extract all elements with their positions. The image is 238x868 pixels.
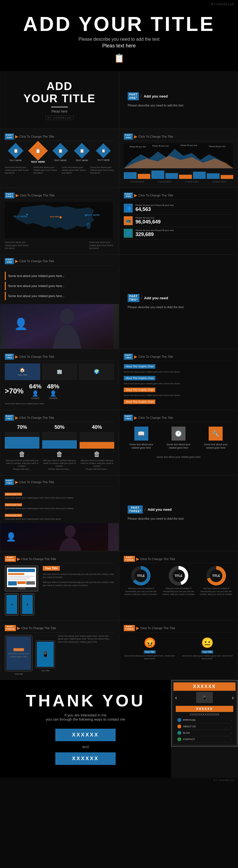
part-label-two-2: PARTTWO [124, 353, 133, 360]
diamond-item-1: 📋 TEXT HERE [9, 145, 22, 162]
pct-main: >70% [5, 387, 24, 395]
pie-inner-1: TITLE [135, 569, 147, 582]
bottom-watermark: BY UNDRELAN [214, 779, 235, 782]
about-title-3: About This Graphic Chart [124, 388, 155, 392]
slide-header-8: PARTTWO ▶ Click To Change The Title [5, 415, 114, 422]
photo-svg: 👤 [6, 304, 113, 349]
part-label-sm2: PARTONE [124, 133, 133, 140]
emoji-item-1: 😡 Your Title Some text about your relate… [124, 637, 176, 660]
hero-title: ADD YOUR TITLE [17, 14, 221, 34]
slide-photos2: PARTTWO ▶ Click To Change The Title Abou… [0, 475, 119, 551]
xxxxxx-btn-1[interactable]: XXXXXX [55, 729, 116, 741]
part-label-three-4: PARTTHREE [124, 625, 135, 631]
mobile-menu-1[interactable]: PPRTFOID › [176, 717, 233, 723]
photo-area: 👤 [0, 304, 119, 349]
xxxxxx-btn-2[interactable]: XXXXXX [55, 752, 116, 765]
part-two-main-title: Add you need [144, 296, 168, 300]
svg-point-11 [59, 216, 62, 218]
slide-header-14: PARTTHREE ▶ Click To Change The Title [124, 625, 233, 632]
mobile-device: XXXXXX ‹ 📱 › XXXXXX XXXXXXXXXXXXXXXX PPR… [171, 680, 238, 747]
slide-header-11: PARTTHREE ▶ Click To Change The Title [5, 556, 114, 563]
bar-accent-2 [5, 282, 6, 290]
prog-items: 70% 🗑 Add you need of contact Add you ne… [5, 424, 114, 471]
slide-about: PARTTWO ▶ Click To Change The Title Abou… [119, 349, 238, 410]
part-label-two-5: PARTTWO [5, 479, 14, 485]
pct-3: 48% 👤 content [47, 383, 59, 400]
stat-icon-1: 👥 [124, 204, 133, 213]
arrow-icon9: ▶ [134, 415, 137, 420]
slide-icon-services: PARTTWO ▶ Click To Change The Title 📖 So… [119, 410, 238, 475]
stat-num-1: 64,563 [135, 207, 174, 212]
big-phone-screen: Your title Some text about your related … [6, 637, 31, 670]
arrow-icon12: ▶ [136, 557, 139, 561]
thankyou-title: THANK YOU [26, 691, 145, 710]
tag-3: About your text [5, 514, 22, 517]
nav-right-icon[interactable]: › [232, 694, 234, 701]
part-three-box: PARTTHREE1 [128, 505, 143, 514]
menu-dot-2 [177, 724, 181, 728]
part-three-desc: Please describe you need to Add the text [128, 516, 229, 521]
part-label-sm3: PARTONES [5, 192, 15, 199]
prog-item-1: 70% 🗑 Add you need of contact Add you ne… [5, 424, 39, 471]
emoji-angry: 😡 [124, 637, 176, 649]
pct-row: >70% 64% 👤 content 48% 👤 content [5, 383, 114, 400]
monitor-text: Your Title Add you need of contact if ne… [43, 565, 114, 616]
about-desc-3: Some text about your related goes here S… [124, 394, 233, 397]
service-text-3: Some text about your related goes here..… [8, 294, 64, 298]
phones-desc: Some text about your related goes here. … [58, 635, 114, 643]
thankyou-section: THANK YOU If you are interested in me yo… [0, 680, 238, 778]
emoji-row: 😡 Your Title Some text about your relate… [124, 637, 233, 660]
mobile-content: XXXXXX XXXXXXXXXXXXXXXX PPRTFOID › ABOUT… [174, 704, 236, 744]
svg-text:Please fill your text: Please fill your text [129, 146, 146, 148]
mobile-mockup-area: XXXXXX ‹ 📱 › XXXXXX XXXXXXXXXXXXXXXX PPR… [171, 680, 238, 778]
slide-header-3: PARTONES ▶ Click To Change The Title [5, 192, 114, 200]
mobile-menu-3[interactable]: BLOG › [176, 730, 233, 736]
part-three-intro: PARTTHREE1 / Add you need Please describ… [119, 475, 238, 551]
desc-col-3: Some text about your related goes here S… [62, 166, 86, 175]
mobile-header: XXXXXX [174, 682, 236, 691]
about-title-4: About This Graphic Chart [124, 400, 155, 404]
part-label-three-3: PARTTHREE [5, 625, 16, 631]
thumb-2: 🏢 [42, 363, 77, 380]
diamond-item-5: 📋 TEXT HERE [97, 146, 110, 161]
slide-diamonds: PARTONE ▶ Click To Change The Title 📋 TE… [0, 129, 119, 188]
about-desc-1: Some text about your related goes here S… [124, 371, 233, 373]
watermark-top: BY UNDRELAN [211, 3, 234, 6]
svg-text:Please fill your text: Please fill your text [152, 145, 169, 147]
about-title-2: About This Graphic Chart [124, 376, 155, 380]
small-phone-mockup: 📱 [35, 640, 55, 668]
arrow-icon6: ▶ [15, 354, 18, 359]
about-items: About This Graphic Chart Some text about… [124, 363, 233, 405]
bar-chart-bottom [124, 170, 233, 179]
monitor-mockup: 📱 📱 [5, 565, 38, 616]
icon-service-row: 📖 Some text about your related goes here… [124, 424, 233, 452]
part-two-label: PARTTWO1 / Add you need [128, 294, 229, 302]
arrow-icon13: ▶ [17, 626, 20, 630]
pie-item-1: TITLE Add you need of contact if necessa… [124, 566, 158, 596]
slide-stats: PARTONE ▶ Click To Change The Title 👥 Pl… [119, 188, 238, 255]
part-label-sm5: PARTONE [5, 258, 14, 264]
nav-left-icon[interactable]: ‹ [175, 694, 177, 701]
stat-num-2: 96,045,649 [135, 219, 161, 225]
slide-header-13: PARTTHREE ▶ Click To Change The Title [5, 625, 114, 632]
slide-phones: PARTTHREE ▶ Click To Change The Title Yo… [0, 620, 119, 680]
title-card-line2: YOUR TITLE [24, 92, 96, 104]
mobile-menu-4[interactable]: CONTACT › [176, 736, 233, 743]
part-label-two-4: PARTTWO [124, 415, 133, 421]
slide-header-1: PARTONE ▶ Click To Change The Title [5, 133, 114, 141]
thankyou-sub2: you can through the following ways to co… [46, 717, 125, 721]
big-phone: Your title Some text about your related … [5, 635, 33, 675]
emoji-desc-2: Some text about your related goes here. … [181, 655, 233, 660]
monitor-desc-1: Add you need of contact if necessarily y… [43, 573, 114, 579]
pie-item-3: TITLE Add you need of contact if necessa… [199, 566, 233, 596]
thankyou-left: THANK YOU If you are interested in me yo… [0, 680, 171, 778]
part-label-three-2: PARTTHREE [124, 556, 135, 562]
stat-num-3: 329,689 [135, 231, 174, 238]
click-title-1: Click To Change The Title [19, 135, 54, 138]
bottom-bar: BY UNDRELAN [0, 778, 238, 783]
mobile-menu-2[interactable]: ABOUT US › [176, 723, 233, 730]
arrow-icon8: ▶ [15, 415, 18, 420]
desc-col-1: Some text about your related goes here S… [5, 166, 29, 175]
pie-inner-2: TITLE [173, 569, 185, 582]
arrow-icon3: ▶ [16, 193, 19, 197]
